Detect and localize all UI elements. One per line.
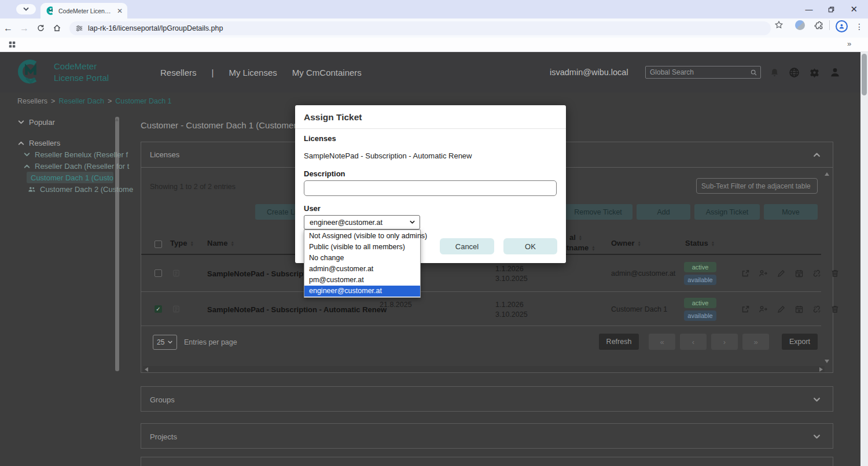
panel-scroll-up-icon[interactable] [825, 172, 829, 176]
sidebar-item-reseller-dach[interactable]: Reseller Dach (Reseller for t [23, 160, 137, 172]
sidebar-item-reseller-benelux[interactable]: Reseller Benelux (Reseller f [23, 149, 137, 160]
chevron-down-icon[interactable] [812, 395, 821, 404]
restore-icon[interactable] [827, 6, 835, 13]
nav-my-licenses[interactable]: My Licenses [229, 68, 277, 77]
scroll-left-icon[interactable] [145, 367, 148, 372]
add-button[interactable]: Add [637, 204, 690, 220]
panel-horizontal-scrollbar[interactable] [143, 366, 825, 372]
status-badge-available: available [684, 310, 716, 321]
open-external-icon[interactable] [738, 305, 752, 314]
column-fragment-bottom[interactable]: tname▲▼ [567, 243, 595, 252]
breadcrumb-reseller-dach[interactable]: Reseller Dach [58, 97, 104, 105]
sidebar-item-customer-dach-2[interactable]: Customer Dach 2 (Custome [28, 183, 141, 195]
chevron-up-icon[interactable] [812, 150, 821, 159]
bookmark-star-icon[interactable] [774, 20, 784, 29]
scroll-right-icon[interactable] [819, 367, 823, 372]
date-activated: 3.10.2025 [495, 310, 528, 320]
site-info-icon[interactable] [75, 24, 83, 32]
dropdown-option-public[interactable]: Public (visible to all members) [304, 242, 420, 253]
pagination-last-button[interactable]: » [742, 334, 769, 350]
close-icon[interactable]: ✕ [850, 4, 858, 14]
delete-trash-icon[interactable] [828, 305, 841, 314]
panel-scroll-down-icon[interactable] [825, 360, 829, 363]
sidebar-item-popular[interactable]: Popular [17, 116, 131, 128]
extensions-puzzle-icon[interactable] [814, 20, 823, 30]
page-scrollbar[interactable] [860, 52, 868, 466]
user-select[interactable]: engineer@customer.at [304, 215, 420, 230]
groups-panel-header[interactable]: Groups [141, 387, 833, 412]
address-bar[interactable]: lap-rk-16/licenseportal/lpGroupDetails.p… [69, 21, 771, 35]
extension-badge-icon[interactable] [795, 20, 805, 30]
back-icon[interactable]: ← [0, 23, 16, 34]
chevron-down-icon[interactable] [812, 432, 821, 441]
dropdown-option-not-assigned[interactable]: Not Assigned (visible to only admins) [304, 231, 420, 242]
pagination-first-button[interactable]: « [649, 334, 675, 350]
refresh-button[interactable]: Refresh [599, 334, 639, 350]
unlink-icon[interactable] [810, 269, 823, 278]
home-icon[interactable] [49, 24, 65, 32]
edit-pencil-icon[interactable] [774, 305, 788, 314]
open-external-icon[interactable] [738, 269, 752, 278]
language-globe-icon[interactable] [789, 67, 800, 78]
subtext-filter-input[interactable] [696, 178, 818, 194]
select-all-checkbox[interactable] [155, 241, 162, 248]
minimize-icon[interactable]: — [805, 5, 812, 14]
calendar-remove-icon[interactable] [792, 269, 806, 278]
assign-ticket-button[interactable]: Assign Ticket [694, 204, 760, 220]
breadcrumb-separator: > [51, 97, 55, 105]
export-button[interactable]: Export [782, 334, 818, 350]
scrollbar-thumb[interactable] [862, 54, 867, 95]
cancel-button[interactable]: Cancel [440, 238, 494, 254]
tab-search-button[interactable] [16, 4, 36, 14]
browser-tab[interactable]: CodeMeter License Portal v00.0 ✕ [41, 3, 127, 19]
calendar-remove-icon[interactable] [792, 305, 806, 314]
nav-my-cmcontainers[interactable]: My CmContainers [292, 68, 362, 77]
row-checkbox-checked[interactable]: ✓ [155, 305, 162, 313]
dropdown-option-pm[interactable]: pm@customer.at [304, 275, 420, 286]
profile-avatar[interactable] [836, 20, 848, 32]
sort-icon: ▲▼ [190, 241, 193, 246]
edit-pencil-icon[interactable] [774, 269, 788, 278]
pagination-prev-button[interactable]: ‹ [680, 334, 707, 350]
ok-button[interactable]: OK [503, 238, 557, 254]
notifications-bell-icon[interactable] [770, 68, 779, 77]
assign-user-icon[interactable] [756, 305, 770, 314]
global-search-box[interactable] [645, 66, 761, 79]
page-size-select[interactable]: 25 [153, 335, 177, 350]
sidebar-scrollbar[interactable] [115, 117, 119, 371]
forward-icon[interactable]: → [16, 23, 32, 34]
description-input[interactable] [304, 180, 557, 196]
sidebar-item-customer-dach-1[interactable]: Customer Dach 1 (Custom [27, 172, 113, 183]
pagination-next-button[interactable]: › [711, 334, 738, 350]
dropdown-option-no-change[interactable]: No change [304, 253, 420, 264]
row-actions [738, 269, 841, 278]
assign-user-icon[interactable] [756, 269, 770, 278]
browser-menu-icon[interactable]: ⋮ [855, 22, 863, 31]
column-fragment-top[interactable]: al▲▼ [569, 233, 582, 242]
apps-grid-icon[interactable] [8, 40, 16, 49]
delete-trash-icon[interactable] [828, 269, 841, 278]
reload-icon[interactable] [32, 24, 49, 32]
remove-ticket-button[interactable]: Remove Ticket [564, 204, 632, 220]
dropdown-option-engineer-highlighted[interactable]: engineer@customer.at [304, 286, 420, 297]
projects-panel-header[interactable]: Projects [141, 424, 833, 449]
entries-per-page-label: Entries per page [184, 338, 237, 346]
column-owner[interactable]: Owner▲▼ [611, 239, 641, 247]
account-person-icon[interactable] [829, 66, 841, 78]
move-button[interactable]: Move [764, 204, 818, 220]
bookmarks-overflow-icon[interactable]: » [847, 39, 851, 48]
breadcrumb-root[interactable]: Resellers [17, 97, 47, 105]
tab-close-icon[interactable]: ✕ [117, 7, 123, 15]
nav-resellers[interactable]: Resellers [160, 68, 197, 77]
column-type[interactable]: Type▲▼ [170, 239, 194, 247]
column-status[interactable]: Status▲▼ [685, 239, 715, 247]
settings-gear-icon[interactable] [809, 67, 820, 78]
sidebar-item-label: Resellers [29, 139, 60, 147]
breadcrumb-customer-dach-1[interactable]: Customer Dach 1 [115, 97, 171, 105]
column-name[interactable]: Name▲▼ [207, 239, 234, 247]
global-search-input[interactable] [646, 68, 750, 76]
dropdown-option-admin[interactable]: admin@customer.at [304, 264, 420, 275]
sidebar-item-resellers[interactable]: Resellers [17, 137, 131, 149]
row-checkbox[interactable] [155, 269, 162, 277]
unlink-icon[interactable] [810, 305, 823, 314]
